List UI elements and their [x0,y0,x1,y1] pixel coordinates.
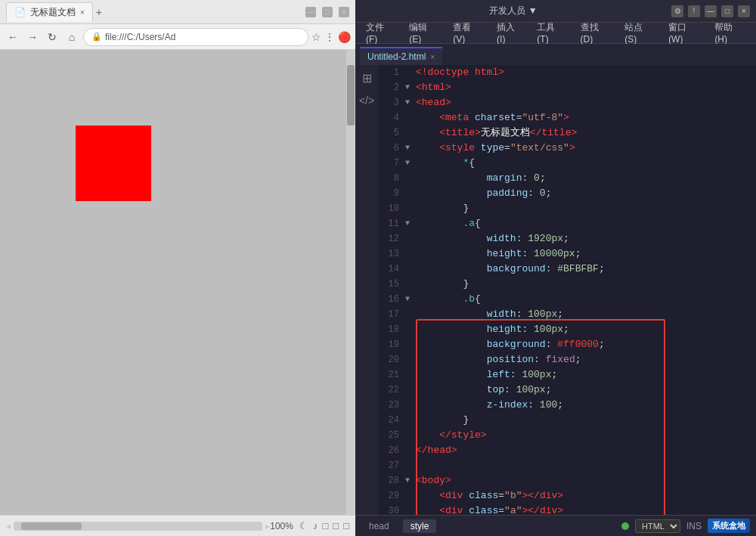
window-close-button[interactable]: × [339,7,349,17]
menu-insert[interactable]: 插入(I) [491,19,529,47]
bookmark-icon[interactable]: ☆ [311,31,321,43]
line-content-28: <body> [416,473,756,488]
menu-file[interactable]: 文件(F) [360,19,401,47]
editor-tabs: Untitled-2.html × [355,44,756,65]
window-maximize-button[interactable]: □ [322,7,333,17]
browser-navbar: ← → ↻ ⌂ 🔒 file:///C:/Users/Ad ☆ ⋮ 🔴 [0,24,355,50]
browser-bottombar: ◂ ▸ 100% ☾ ♪ □ □ □ [0,515,355,536]
menu-tools[interactable]: 工具(T) [531,19,572,47]
line-content-18: height: 100px; [416,322,756,337]
line-content-2: <html> [416,80,756,95]
line-fold-2[interactable]: ▼ [405,80,416,95]
editor-tab-close[interactable]: × [430,53,435,61]
line-content-19: background: #ff0000; [416,337,756,352]
browser-tab-close[interactable]: × [80,8,85,17]
lock-icon: 🔒 [91,32,102,42]
line-content-12: width: 1920px; [416,231,756,246]
menu-find[interactable]: 查找(D) [575,19,618,47]
code-line-13: 13 height: 10000px; [378,246,756,262]
window-controls: — □ × [305,7,349,17]
extend-icon[interactable]: 🔴 [338,31,351,43]
line-num-4: 4 [378,110,405,125]
editor-topbar-title: 开发人员 ▼ [489,5,537,17]
line-num-22: 22 [378,383,405,398]
line-content-7: *{ [416,156,756,171]
code-line-7: 7 ▼ *{ [378,156,756,171]
menu-edit[interactable]: 编辑(E) [403,19,445,47]
vertical-scrollbar[interactable] [346,50,355,515]
head-tab[interactable]: head [361,519,397,533]
html-version-select[interactable]: HTML [635,519,680,533]
menu-site[interactable]: 站点(S) [618,19,661,47]
line-fold-16[interactable]: ▼ [405,292,416,307]
line-num-5: 5 [378,125,405,141]
address-bar[interactable]: 🔒 file:///C:/Users/Ad [83,28,308,46]
minimize-button[interactable]: — [705,5,717,17]
restore-button[interactable]: □ [721,5,733,17]
menu-view[interactable]: 查看(V) [447,19,489,47]
menu-window[interactable]: 窗口(W) [662,19,707,47]
line-num-28: 28 [378,473,405,488]
line-fold-28[interactable]: ▼ [405,473,416,488]
code-line-17: 17 width: 100px; [378,307,756,322]
style-tab[interactable]: style [403,519,437,533]
h-scrollbar-thumb[interactable] [21,522,82,530]
ins-label: INS [686,521,702,531]
line-num-12: 12 [378,231,405,246]
code-icon[interactable]: </> [359,94,374,107]
line-num-9: 9 [378,186,405,201]
line-num-20: 20 [378,352,405,367]
browser-content [0,50,355,515]
code-line-6: 6 ▼ <style type="text/css"> [378,141,756,156]
line-content-16: .b{ [416,292,756,307]
nav-back-button[interactable]: ← [5,29,21,45]
line-content-24: } [416,413,756,428]
line-num-23: 23 [378,398,405,413]
line-fold-6[interactable]: ▼ [405,141,416,156]
line-content-30: <div class="a"></div> [416,503,756,515]
code-area[interactable]: 1 <!doctype html> 2 ▼ <html> 3 ▼ <head> … [378,65,756,515]
line-fold-7[interactable]: ▼ [405,156,416,171]
line-content-25: </style> [416,428,756,443]
status-dot [621,522,629,530]
line-content-9: padding: 0; [416,186,756,201]
nav-refresh-button[interactable]: ↻ [44,29,60,45]
line-num-11: 11 [378,216,405,231]
line-num-29: 29 [378,488,405,503]
line-num-18: 18 [378,322,405,337]
theme-icon: ☾ [299,520,308,531]
code-line-27: 27 [378,458,756,473]
new-tab-button[interactable]: + [96,6,102,18]
sound-icon: ♪ [313,520,318,531]
menu-icon[interactable]: ⋮ [324,31,335,43]
nav-forward-button[interactable]: → [24,29,41,45]
line-num-10: 10 [378,201,405,216]
line-content-5: <title>无标题文档</title> [416,125,756,141]
alert-button[interactable]: ! [688,5,700,17]
line-fold-11[interactable]: ▼ [405,216,416,231]
line-num-30: 30 [378,503,405,515]
nav-home-button[interactable]: ⌂ [64,29,80,45]
line-fold-3[interactable]: ▼ [405,95,416,110]
window-minimize-button[interactable]: — [305,7,316,17]
code-line-5: 5 <title>无标题文档</title> [378,125,756,141]
code-line-11: 11 ▼ .a{ [378,216,756,231]
scrollbar-thumb[interactable] [347,65,355,125]
browser-tab[interactable]: 📄 无标题文档 × [6,2,93,22]
line-num-14: 14 [378,262,405,277]
browser-tab-title: 无标题文档 [30,6,76,19]
settings-button[interactable]: ⚙ [671,5,683,17]
file-icon[interactable]: ⊞ [362,71,372,85]
line-num-19: 19 [378,337,405,352]
line-num-24: 24 [378,413,405,428]
editor-tab-file[interactable]: Untitled-2.html × [360,47,442,65]
code-line-8: 8 margin: 0; [378,171,756,186]
line-num-15: 15 [378,277,405,292]
horizontal-scrollbar[interactable] [14,522,262,531]
menu-help[interactable]: 帮助(H) [708,19,751,47]
code-line-22: 22 top: 100px; [378,383,756,398]
scroll-left-icon[interactable]: ◂ [6,521,11,531]
close-button[interactable]: × [738,5,750,17]
line-num-16: 16 [378,292,405,307]
editor-main: ⊞ </> 1 <!doctype html> 2 ▼ <html> 3 ▼ < [355,65,756,515]
